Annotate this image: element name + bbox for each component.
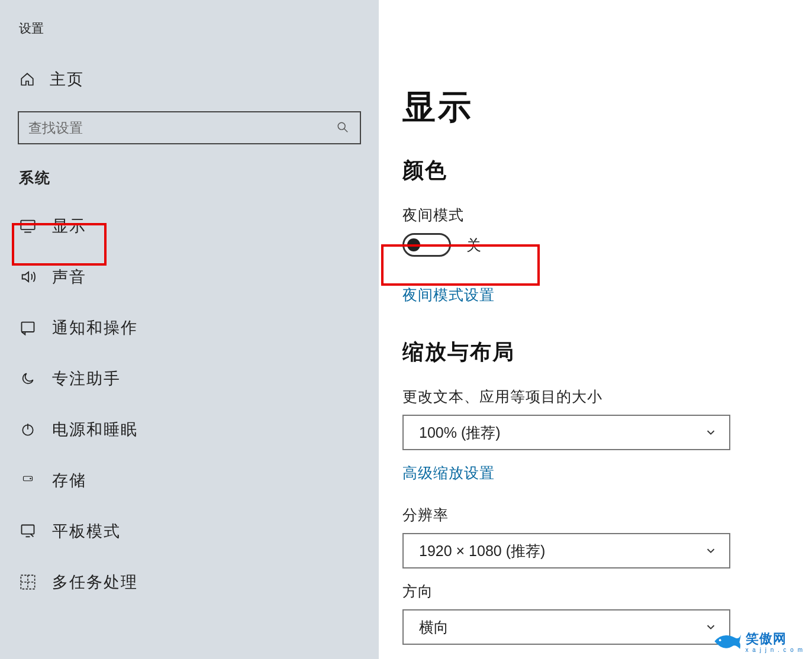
night-mode-toggle[interactable] — [402, 233, 451, 257]
night-mode-state: 关 — [466, 235, 481, 255]
main-content: 显示 颜色 夜间模式 关 夜间模式设置 缩放与布局 更改文本、应用等项目的大小 … — [379, 0, 812, 659]
sidebar-item-power-sleep[interactable]: 电源和睡眠 — [0, 404, 379, 455]
sidebar-item-label: 存储 — [52, 470, 86, 491]
search-icon — [336, 121, 350, 135]
scale-select-value: 100% (推荐) — [419, 423, 501, 442]
svg-rect-9 — [22, 525, 34, 534]
sidebar-item-notifications[interactable]: 通知和操作 — [0, 302, 379, 353]
sidebar-item-focus-assist[interactable]: 专注助手 — [0, 353, 379, 404]
scale-select[interactable]: 100% (推荐) — [402, 415, 730, 450]
monitor-icon — [19, 217, 37, 235]
sidebar-item-label: 显示 — [52, 215, 86, 237]
night-mode-toggle-row: 关 — [402, 233, 677, 257]
chevron-down-icon — [704, 426, 717, 439]
orientation-select[interactable]: 横向 — [402, 609, 730, 645]
sidebar-item-label: 声音 — [52, 266, 86, 287]
sidebar-item-display[interactable]: 显示 — [0, 201, 379, 251]
night-mode-settings-link[interactable]: 夜间模式设置 — [402, 285, 495, 305]
sidebar-item-label: 多任务处理 — [52, 571, 138, 593]
night-mode-label: 夜间模式 — [402, 205, 677, 225]
svg-rect-4 — [22, 322, 34, 332]
chevron-down-icon — [704, 544, 717, 557]
advanced-scale-link[interactable]: 高级缩放设置 — [402, 463, 495, 483]
tablet-icon — [19, 522, 37, 540]
sidebar-item-storage[interactable]: 存储 — [0, 455, 379, 506]
sound-icon — [19, 268, 37, 286]
sidebar: 设置 主页 系统 — [0, 0, 379, 659]
svg-point-13 — [718, 639, 721, 641]
search-box[interactable] — [18, 111, 361, 144]
svg-rect-2 — [21, 221, 34, 230]
moon-icon — [19, 370, 37, 387]
sidebar-home-label: 主页 — [50, 69, 84, 90]
multitask-icon — [19, 573, 37, 591]
notification-icon — [19, 319, 37, 337]
search-input[interactable] — [28, 120, 336, 136]
orientation-label: 方向 — [402, 582, 677, 601]
sidebar-item-sound[interactable]: 声音 — [0, 251, 379, 302]
orientation-select-value: 横向 — [419, 618, 449, 637]
window-title: 设置 — [0, 8, 379, 63]
watermark: 笑傲网 x a j j n . c o m — [709, 629, 804, 653]
section-scale-layout: 缩放与布局 — [402, 338, 677, 367]
sidebar-item-label: 通知和操作 — [52, 317, 138, 338]
resolution-select[interactable]: 1920 × 1080 (推荐) — [402, 533, 730, 568]
section-color: 颜色 — [402, 156, 677, 185]
fish-icon — [709, 629, 742, 653]
sidebar-item-label: 平板模式 — [52, 521, 121, 542]
sidebar-item-label: 专注助手 — [52, 368, 121, 389]
svg-point-8 — [30, 478, 31, 479]
search-wrap — [18, 111, 361, 144]
resolution-label: 分辨率 — [402, 505, 677, 525]
watermark-text: 笑傲网 — [746, 631, 787, 646]
resolution-select-value: 1920 × 1080 (推荐) — [419, 541, 545, 561]
power-icon — [19, 421, 37, 438]
app-root: 设置 主页 系统 — [0, 0, 812, 659]
toggle-knob — [407, 238, 420, 251]
scale-label: 更改文本、应用等项目的大小 — [402, 387, 677, 406]
watermark-subtext: x a j j n . c o m — [746, 647, 804, 653]
sidebar-home[interactable]: 主页 — [0, 63, 379, 96]
home-icon — [19, 71, 36, 88]
sidebar-item-label: 电源和睡眠 — [52, 419, 138, 440]
sidebar-item-tablet-mode[interactable]: 平板模式 — [0, 506, 379, 557]
svg-point-0 — [338, 122, 345, 130]
storage-icon — [19, 471, 37, 489]
page-title: 显示 — [402, 85, 677, 130]
svg-line-1 — [344, 129, 348, 133]
sidebar-section-title: 系统 — [0, 162, 379, 201]
sidebar-item-multitasking[interactable]: 多任务处理 — [0, 557, 379, 608]
